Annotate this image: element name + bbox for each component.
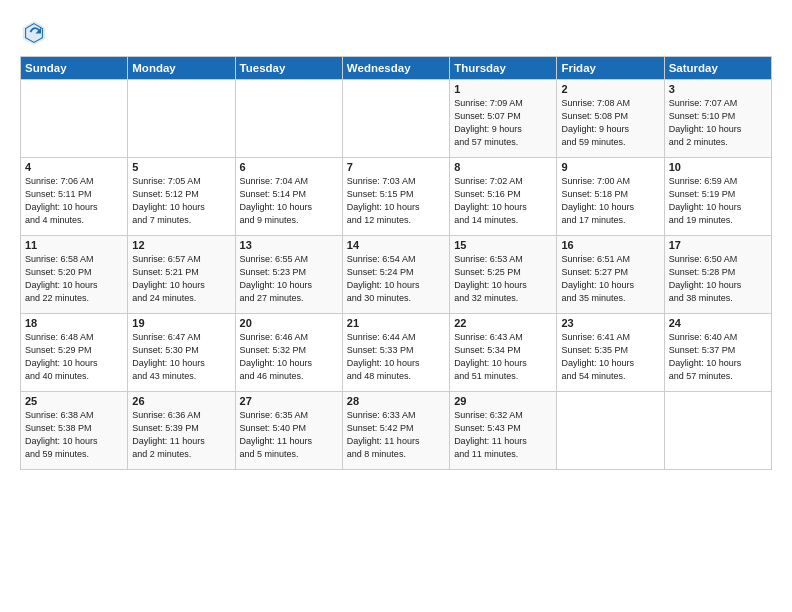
calendar-cell: 6Sunrise: 7:04 AM Sunset: 5:14 PM Daylig… <box>235 158 342 236</box>
calendar-cell: 27Sunrise: 6:35 AM Sunset: 5:40 PM Dayli… <box>235 392 342 470</box>
svg-marker-0 <box>23 21 45 45</box>
cell-info: Sunrise: 6:59 AM Sunset: 5:19 PM Dayligh… <box>669 175 767 227</box>
calendar-cell: 1Sunrise: 7:09 AM Sunset: 5:07 PM Daylig… <box>450 80 557 158</box>
calendar-cell: 10Sunrise: 6:59 AM Sunset: 5:19 PM Dayli… <box>664 158 771 236</box>
calendar-cell <box>235 80 342 158</box>
day-header-thursday: Thursday <box>450 57 557 80</box>
calendar-cell <box>21 80 128 158</box>
cell-info: Sunrise: 7:02 AM Sunset: 5:16 PM Dayligh… <box>454 175 552 227</box>
cell-info: Sunrise: 6:38 AM Sunset: 5:38 PM Dayligh… <box>25 409 123 461</box>
cell-info: Sunrise: 7:07 AM Sunset: 5:10 PM Dayligh… <box>669 97 767 149</box>
calendar-week-2: 11Sunrise: 6:58 AM Sunset: 5:20 PM Dayli… <box>21 236 772 314</box>
cell-info: Sunrise: 6:35 AM Sunset: 5:40 PM Dayligh… <box>240 409 338 461</box>
day-number: 24 <box>669 317 767 329</box>
cell-info: Sunrise: 6:58 AM Sunset: 5:20 PM Dayligh… <box>25 253 123 305</box>
day-number: 7 <box>347 161 445 173</box>
calendar-cell: 26Sunrise: 6:36 AM Sunset: 5:39 PM Dayli… <box>128 392 235 470</box>
day-number: 23 <box>561 317 659 329</box>
calendar-cell: 15Sunrise: 6:53 AM Sunset: 5:25 PM Dayli… <box>450 236 557 314</box>
day-header-sunday: Sunday <box>21 57 128 80</box>
cell-info: Sunrise: 6:36 AM Sunset: 5:39 PM Dayligh… <box>132 409 230 461</box>
day-number: 27 <box>240 395 338 407</box>
day-number: 6 <box>240 161 338 173</box>
day-number: 22 <box>454 317 552 329</box>
calendar-cell <box>128 80 235 158</box>
calendar-cell: 4Sunrise: 7:06 AM Sunset: 5:11 PM Daylig… <box>21 158 128 236</box>
cell-info: Sunrise: 7:05 AM Sunset: 5:12 PM Dayligh… <box>132 175 230 227</box>
day-header-monday: Monday <box>128 57 235 80</box>
calendar-cell: 18Sunrise: 6:48 AM Sunset: 5:29 PM Dayli… <box>21 314 128 392</box>
day-number: 9 <box>561 161 659 173</box>
calendar-cell: 23Sunrise: 6:41 AM Sunset: 5:35 PM Dayli… <box>557 314 664 392</box>
calendar-cell <box>664 392 771 470</box>
cell-info: Sunrise: 6:53 AM Sunset: 5:25 PM Dayligh… <box>454 253 552 305</box>
calendar-cell: 2Sunrise: 7:08 AM Sunset: 5:08 PM Daylig… <box>557 80 664 158</box>
day-number: 3 <box>669 83 767 95</box>
day-number: 20 <box>240 317 338 329</box>
day-number: 10 <box>669 161 767 173</box>
day-number: 1 <box>454 83 552 95</box>
day-number: 14 <box>347 239 445 251</box>
calendar-cell <box>342 80 449 158</box>
cell-info: Sunrise: 7:00 AM Sunset: 5:18 PM Dayligh… <box>561 175 659 227</box>
page: SundayMondayTuesdayWednesdayThursdayFrid… <box>0 0 792 612</box>
calendar-cell: 12Sunrise: 6:57 AM Sunset: 5:21 PM Dayli… <box>128 236 235 314</box>
cell-info: Sunrise: 6:44 AM Sunset: 5:33 PM Dayligh… <box>347 331 445 383</box>
cell-info: Sunrise: 6:57 AM Sunset: 5:21 PM Dayligh… <box>132 253 230 305</box>
cell-info: Sunrise: 6:32 AM Sunset: 5:43 PM Dayligh… <box>454 409 552 461</box>
day-number: 5 <box>132 161 230 173</box>
calendar-week-4: 25Sunrise: 6:38 AM Sunset: 5:38 PM Dayli… <box>21 392 772 470</box>
day-number: 13 <box>240 239 338 251</box>
calendar-cell: 19Sunrise: 6:47 AM Sunset: 5:30 PM Dayli… <box>128 314 235 392</box>
cell-info: Sunrise: 7:06 AM Sunset: 5:11 PM Dayligh… <box>25 175 123 227</box>
calendar-cell: 14Sunrise: 6:54 AM Sunset: 5:24 PM Dayli… <box>342 236 449 314</box>
day-number: 28 <box>347 395 445 407</box>
day-header-wednesday: Wednesday <box>342 57 449 80</box>
day-number: 21 <box>347 317 445 329</box>
day-number: 29 <box>454 395 552 407</box>
calendar-week-3: 18Sunrise: 6:48 AM Sunset: 5:29 PM Dayli… <box>21 314 772 392</box>
logo <box>20 18 52 46</box>
header <box>20 18 772 46</box>
calendar-cell: 20Sunrise: 6:46 AM Sunset: 5:32 PM Dayli… <box>235 314 342 392</box>
day-header-tuesday: Tuesday <box>235 57 342 80</box>
day-number: 15 <box>454 239 552 251</box>
calendar-cell: 21Sunrise: 6:44 AM Sunset: 5:33 PM Dayli… <box>342 314 449 392</box>
cell-info: Sunrise: 6:40 AM Sunset: 5:37 PM Dayligh… <box>669 331 767 383</box>
calendar-table: SundayMondayTuesdayWednesdayThursdayFrid… <box>20 56 772 470</box>
calendar-cell: 25Sunrise: 6:38 AM Sunset: 5:38 PM Dayli… <box>21 392 128 470</box>
day-header-saturday: Saturday <box>664 57 771 80</box>
cell-info: Sunrise: 7:04 AM Sunset: 5:14 PM Dayligh… <box>240 175 338 227</box>
cell-info: Sunrise: 6:47 AM Sunset: 5:30 PM Dayligh… <box>132 331 230 383</box>
calendar-cell: 16Sunrise: 6:51 AM Sunset: 5:27 PM Dayli… <box>557 236 664 314</box>
calendar-cell: 9Sunrise: 7:00 AM Sunset: 5:18 PM Daylig… <box>557 158 664 236</box>
cell-info: Sunrise: 6:55 AM Sunset: 5:23 PM Dayligh… <box>240 253 338 305</box>
day-number: 12 <box>132 239 230 251</box>
calendar-cell: 13Sunrise: 6:55 AM Sunset: 5:23 PM Dayli… <box>235 236 342 314</box>
calendar-cell: 17Sunrise: 6:50 AM Sunset: 5:28 PM Dayli… <box>664 236 771 314</box>
day-header-friday: Friday <box>557 57 664 80</box>
day-number: 8 <box>454 161 552 173</box>
cell-info: Sunrise: 7:08 AM Sunset: 5:08 PM Dayligh… <box>561 97 659 149</box>
calendar-week-0: 1Sunrise: 7:09 AM Sunset: 5:07 PM Daylig… <box>21 80 772 158</box>
cell-info: Sunrise: 6:43 AM Sunset: 5:34 PM Dayligh… <box>454 331 552 383</box>
calendar-cell: 22Sunrise: 6:43 AM Sunset: 5:34 PM Dayli… <box>450 314 557 392</box>
day-number: 11 <box>25 239 123 251</box>
calendar-week-1: 4Sunrise: 7:06 AM Sunset: 5:11 PM Daylig… <box>21 158 772 236</box>
day-number: 16 <box>561 239 659 251</box>
cell-info: Sunrise: 6:50 AM Sunset: 5:28 PM Dayligh… <box>669 253 767 305</box>
day-number: 25 <box>25 395 123 407</box>
calendar-cell: 7Sunrise: 7:03 AM Sunset: 5:15 PM Daylig… <box>342 158 449 236</box>
calendar-cell <box>557 392 664 470</box>
day-number: 4 <box>25 161 123 173</box>
cell-info: Sunrise: 6:41 AM Sunset: 5:35 PM Dayligh… <box>561 331 659 383</box>
calendar-header-row: SundayMondayTuesdayWednesdayThursdayFrid… <box>21 57 772 80</box>
day-number: 17 <box>669 239 767 251</box>
logo-icon <box>20 18 48 46</box>
day-number: 18 <box>25 317 123 329</box>
calendar-cell: 3Sunrise: 7:07 AM Sunset: 5:10 PM Daylig… <box>664 80 771 158</box>
cell-info: Sunrise: 6:33 AM Sunset: 5:42 PM Dayligh… <box>347 409 445 461</box>
calendar-cell: 28Sunrise: 6:33 AM Sunset: 5:42 PM Dayli… <box>342 392 449 470</box>
day-number: 19 <box>132 317 230 329</box>
calendar-cell: 8Sunrise: 7:02 AM Sunset: 5:16 PM Daylig… <box>450 158 557 236</box>
